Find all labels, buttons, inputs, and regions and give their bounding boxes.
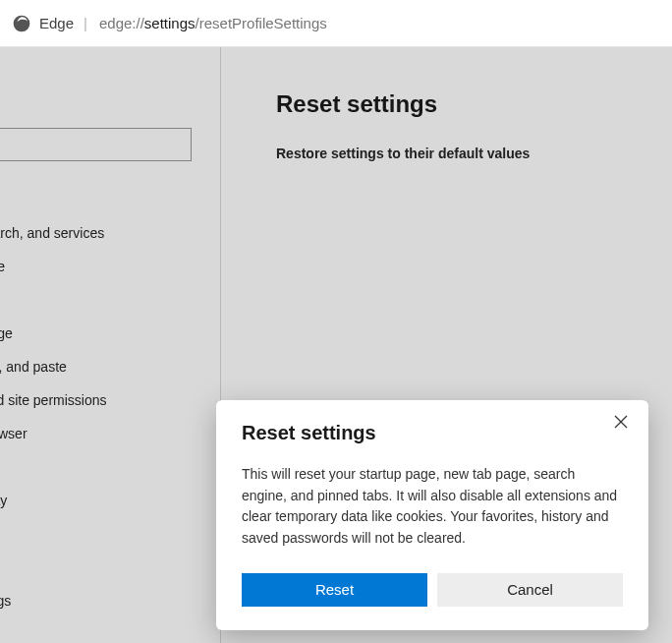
url-suffix: /resetProfileSettings [196, 15, 327, 31]
url-path-dark: settings [144, 15, 196, 31]
dialog-body: This will reset your startup page, new t… [242, 464, 623, 550]
close-icon[interactable] [613, 414, 633, 434]
address-bar[interactable]: Edge | edge://settings/resetProfileSetti… [0, 0, 672, 47]
edge-icon [12, 14, 31, 33]
address-separator: | [84, 15, 87, 31]
reset-dialog: Reset settings This will reset your star… [216, 400, 648, 630]
reset-button[interactable]: Reset [242, 573, 427, 607]
dialog-button-row: Reset Cancel [242, 573, 623, 607]
dialog-title: Reset settings [242, 422, 623, 444]
address-app-label: Edge [39, 15, 74, 31]
url-prefix: edge:// [99, 15, 144, 31]
cancel-button[interactable]: Cancel [437, 573, 623, 607]
address-url[interactable]: edge://settings/resetProfileSettings [99, 15, 327, 31]
